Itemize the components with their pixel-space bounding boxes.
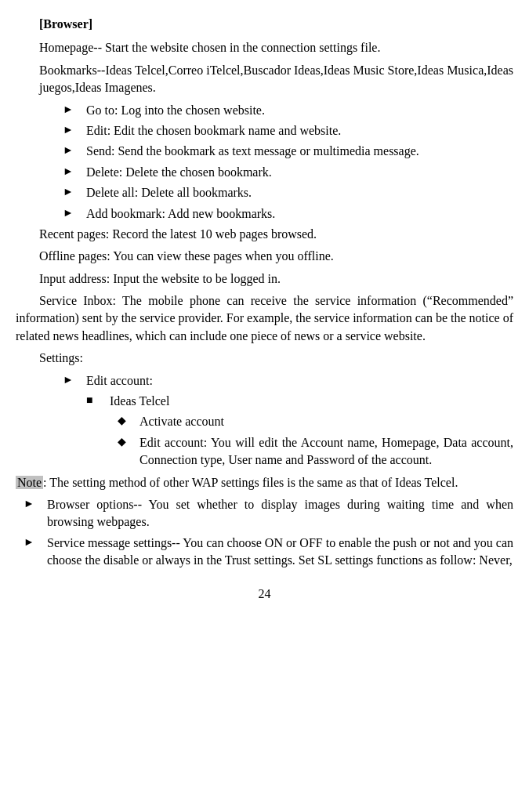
edit-account-arrow-icon: ►: [63, 372, 78, 388]
note-paragraph: Note: The setting method of other WAP se…: [16, 474, 513, 491]
edit-arrow-icon: ►: [63, 122, 78, 138]
edit-account-item: ► Edit account:: [16, 372, 513, 390]
service-inbox-text: Service Inbox: The mobile phone can rece…: [16, 294, 513, 343]
add-bookmark-item: ► Add bookmark: Add new bookmarks.: [16, 205, 513, 223]
note-rest-text: : The setting method of other WAP settin…: [43, 476, 458, 489]
browser-options-arrow-icon: ►: [16, 496, 39, 512]
edit-account-detail-diamond-icon: ◆: [118, 434, 133, 450]
service-message-text: Service message settings-- You can choos…: [47, 535, 513, 570]
add-bookmark-text: Add bookmark: Add new bookmarks.: [86, 205, 513, 223]
edit-account-text: Edit account:: [86, 372, 513, 390]
homepage-text: Homepage-- Start the website chosen in t…: [39, 41, 380, 54]
edit-account-detail-item: ◆ Edit account: You will edit the Accoun…: [16, 434, 513, 469]
ideas-telcel-square-icon: ■: [86, 393, 102, 408]
input-paragraph: Input address: Input the website to be l…: [16, 270, 513, 288]
delete-all-text: Delete all: Delete all bookmarks.: [86, 184, 513, 201]
goto-text: Go to: Log into the chosen website.: [86, 102, 513, 119]
bookmarks-text: Bookmarks--Ideas Telcel,Correo iTelcel,B…: [39, 63, 513, 94]
offline-paragraph: Offline pages: You can view these pages …: [16, 248, 513, 265]
service-message-arrow-icon: ►: [16, 535, 39, 550]
ideas-telcel-item: ■ Ideas Telcel: [16, 393, 513, 410]
ideas-telcel-text: Ideas Telcel: [110, 393, 513, 410]
recent-paragraph: Recent pages: Record the latest 10 web p…: [16, 226, 513, 243]
browser-options-text: Browser options-- You set whether to dis…: [47, 496, 513, 531]
activate-account-item: ◆ Activate account: [16, 413, 513, 430]
delete-text: Delete: Delete the chosen bookmark.: [86, 164, 513, 181]
browser-title: [Browser]: [39, 17, 92, 31]
bookmarks-paragraph: Bookmarks--Ideas Telcel,Correo iTelcel,B…: [16, 62, 513, 97]
send-arrow-icon: ►: [63, 143, 78, 158]
browser-heading: [Browser]: [16, 16, 513, 33]
activate-account-diamond-icon: ◆: [118, 413, 133, 429]
delete-all-item: ► Delete all: Delete all bookmarks.: [16, 184, 513, 201]
send-item: ► Send: Send the bookmark as text messag…: [16, 143, 513, 160]
service-message-item: ► Service message settings-- You can cho…: [16, 535, 513, 570]
add-bookmark-arrow-icon: ►: [63, 205, 78, 221]
note-label: Note: [16, 476, 43, 489]
page-number-text: 24: [259, 587, 271, 600]
service-inbox-paragraph: Service Inbox: The mobile phone can rece…: [16, 292, 513, 345]
send-text: Send: Send the bookmark as text message …: [86, 143, 513, 160]
input-text: Input address: Input the website to be l…: [39, 272, 281, 285]
settings-paragraph: Settings:: [16, 350, 513, 367]
delete-all-arrow-icon: ►: [63, 184, 78, 200]
goto-arrow-icon: ►: [63, 102, 78, 118]
recent-text: Recent pages: Record the latest 10 web p…: [39, 227, 317, 241]
offline-text: Offline pages: You can view these pages …: [39, 249, 334, 263]
edit-item: ► Edit: Edit the chosen bookmark name an…: [16, 122, 513, 140]
browser-options-item: ► Browser options-- You set whether to d…: [16, 496, 513, 531]
edit-account-detail-text: Edit account: You will edit the Account …: [139, 434, 513, 469]
edit-text: Edit: Edit the chosen bookmark name and …: [86, 122, 513, 140]
delete-item: ► Delete: Delete the chosen bookmark.: [16, 164, 513, 181]
homepage-paragraph: Homepage-- Start the website chosen in t…: [16, 39, 513, 56]
settings-text: Settings:: [39, 351, 83, 364]
page-content: [Browser] Homepage-- Start the website c…: [16, 16, 513, 603]
delete-arrow-icon: ►: [63, 164, 78, 179]
page-number: 24: [16, 585, 513, 603]
goto-item: ► Go to: Log into the chosen website.: [16, 102, 513, 119]
activate-account-text: Activate account: [139, 413, 513, 430]
